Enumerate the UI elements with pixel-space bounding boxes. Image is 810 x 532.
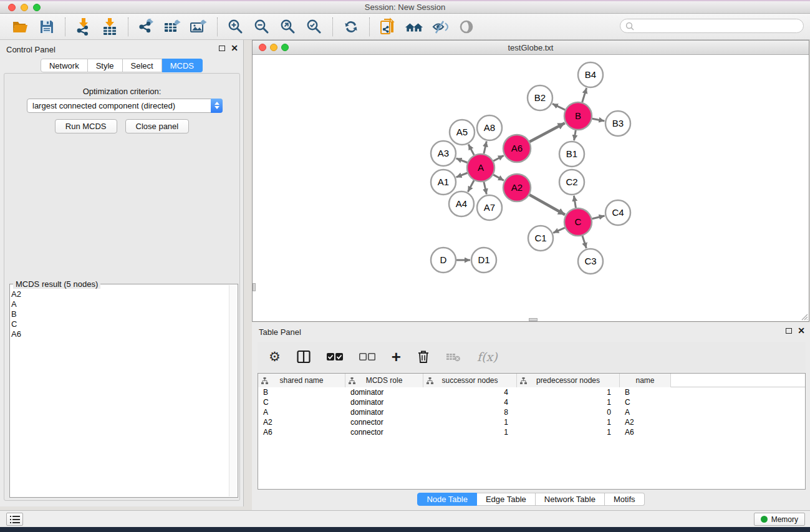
graph-node-C[interactable]: C	[564, 208, 592, 236]
select-all-icon[interactable]	[327, 352, 343, 361]
graph-edge-C-C3[interactable]	[582, 236, 586, 248]
graph-edge-B-B4[interactable]	[582, 88, 587, 102]
tab-style[interactable]: Style	[88, 59, 123, 72]
tab-network[interactable]: Network	[41, 59, 88, 72]
graph-node-D1[interactable]: D1	[471, 248, 496, 273]
graph-edge-C-C4[interactable]	[592, 216, 604, 219]
table-settings-gear-icon[interactable]: ⚙	[269, 351, 281, 363]
result-item[interactable]: A	[11, 299, 21, 309]
table-tab-motifs[interactable]: Motifs	[605, 493, 645, 506]
graph-edge-B-B1[interactable]	[574, 130, 576, 141]
graph-edge-A-A3[interactable]	[456, 158, 468, 163]
table-row[interactable]: Adominator80A	[258, 407, 805, 417]
graph-node-A3[interactable]: A3	[431, 141, 456, 166]
hide-graphics-details-icon[interactable]	[431, 17, 450, 36]
graph-node-C3[interactable]: C3	[578, 249, 603, 274]
table-tab-node-table[interactable]: Node Table	[417, 493, 477, 506]
graph-node-C2[interactable]: C2	[559, 170, 584, 195]
node-table[interactable]: shared nameMCDS rolesuccessor nodesprede…	[258, 373, 806, 490]
import-network-icon[interactable]	[74, 17, 93, 36]
refresh-layout-icon[interactable]	[342, 17, 360, 36]
memory-button[interactable]: Memory	[754, 513, 805, 526]
tab-select[interactable]: Select	[123, 59, 162, 72]
save-session-icon[interactable]	[37, 17, 56, 36]
table-row[interactable]: Cdominator41C	[258, 397, 805, 407]
search-input[interactable]	[620, 19, 804, 33]
graph-node-A4[interactable]: A4	[449, 191, 474, 216]
graph-edge-B-B3[interactable]	[592, 118, 605, 121]
export-table-icon[interactable]	[163, 17, 182, 36]
export-network-icon[interactable]	[137, 17, 156, 36]
graph-node-A2[interactable]: A2	[503, 174, 531, 201]
import-table-icon[interactable]	[100, 17, 119, 36]
table-row[interactable]: Bdominator41B	[258, 387, 805, 397]
run-mcds-button[interactable]: Run MCDS	[55, 119, 117, 133]
column-header-MCDS-role[interactable]: MCDS role	[345, 374, 423, 387]
graph-node-C4[interactable]: C4	[605, 200, 630, 225]
result-item[interactable]: A2	[11, 289, 21, 299]
graph-node-A[interactable]: A	[467, 154, 494, 181]
zoom-in-icon[interactable]	[226, 17, 245, 36]
graph-node-A5[interactable]: A5	[450, 120, 475, 145]
resize-grip-icon[interactable]	[799, 312, 808, 321]
network-graph[interactable]: B4B2BB3A8A5A6B1A3AA1C2A2A4A7C4CC1C3DD1	[253, 55, 809, 321]
graph-edge-A-A1[interactable]	[456, 173, 468, 177]
task-history-button[interactable]	[6, 513, 23, 526]
table-close-panel-icon[interactable]: ✕	[798, 327, 805, 334]
graph-node-B2[interactable]: B2	[528, 85, 552, 110]
graph-node-C1[interactable]: C1	[528, 226, 553, 251]
criterion-dropdown[interactable]: largest connected component (directed)	[27, 99, 223, 113]
graph-node-B[interactable]: B	[564, 102, 592, 130]
open-session-icon[interactable]	[11, 17, 30, 36]
graph-edge-A-A6[interactable]	[493, 155, 504, 161]
graph-node-A1[interactable]: A1	[431, 170, 456, 195]
column-header-successor-nodes[interactable]: successor nodes	[423, 374, 517, 387]
graph-edge-A-A5[interactable]	[468, 144, 474, 155]
graph-edge-C-C2[interactable]	[574, 196, 576, 208]
horizontal-scroll-thumb[interactable]	[529, 318, 538, 321]
graph-node-D[interactable]: D	[431, 248, 456, 273]
graph-edge-A6-B[interactable]	[529, 123, 564, 142]
column-header-shared-name[interactable]: shared name	[258, 374, 345, 387]
zoom-selected-icon[interactable]	[305, 17, 324, 36]
show-column-icon[interactable]	[297, 350, 311, 364]
graph-edge-A2-C[interactable]	[529, 195, 565, 215]
column-header-predecessor-nodes[interactable]: predecessor nodes	[517, 374, 620, 387]
table-row[interactable]: A2connector11A2	[258, 417, 805, 427]
close-panel-button[interactable]: Close panel	[125, 119, 190, 133]
clone-network-icon[interactable]	[378, 17, 397, 36]
result-item[interactable]: C	[11, 319, 21, 329]
zoom-fit-icon[interactable]	[279, 17, 297, 36]
graph-edge-A-A8[interactable]	[484, 141, 486, 153]
graph-edge-A-A4[interactable]	[468, 180, 474, 191]
table-tab-network-table[interactable]: Network Table	[536, 493, 605, 506]
graph-edge-B-B2[interactable]	[552, 104, 565, 110]
deselect-all-icon[interactable]	[359, 352, 375, 361]
graph-node-A8[interactable]: A8	[477, 115, 502, 140]
mcds-result-list[interactable]: A2ABCA6	[11, 289, 21, 339]
tab-mcds[interactable]: MCDS	[162, 59, 203, 72]
zoom-out-icon[interactable]	[253, 17, 271, 36]
result-scrollbar[interactable]	[229, 285, 237, 496]
close-panel-icon[interactable]: ✕	[231, 45, 238, 51]
network-canvas[interactable]: B4B2BB3A8A5A6B1A3AA1C2A2A4A7C4CC1C3DD1	[253, 55, 809, 321]
add-column-icon[interactable]: +	[392, 351, 401, 363]
show-graphics-details-icon[interactable]	[457, 17, 476, 36]
graph-edge-A-A7[interactable]	[484, 181, 486, 194]
table-tab-edge-table[interactable]: Edge Table	[477, 493, 536, 506]
export-image-icon[interactable]	[190, 17, 208, 36]
graph-node-A7[interactable]: A7	[477, 195, 502, 220]
graph-node-B4[interactable]: B4	[578, 62, 603, 87]
graph-node-B3[interactable]: B3	[605, 111, 630, 136]
graph-node-A6[interactable]: A6	[503, 135, 531, 162]
float-panel-icon[interactable]	[219, 46, 225, 51]
home-views-icon[interactable]	[405, 17, 423, 36]
graph-edge-A-A2[interactable]	[493, 175, 504, 180]
table-float-panel-icon[interactable]	[786, 328, 792, 334]
graph-node-B1[interactable]: B1	[559, 142, 584, 167]
vertical-scroll-thumb[interactable]	[253, 283, 256, 291]
table-row[interactable]: A6connector11A6	[258, 427, 805, 437]
delete-column-icon[interactable]	[417, 350, 430, 364]
column-header-name[interactable]: name	[620, 374, 671, 387]
result-item[interactable]: A6	[11, 329, 21, 339]
